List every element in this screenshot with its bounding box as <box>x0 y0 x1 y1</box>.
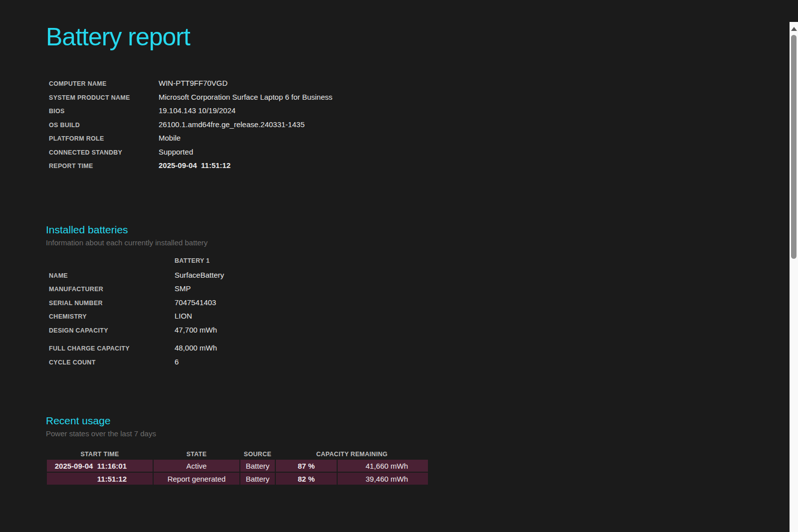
info-value: Microsoft Corporation Surface Laptop 6 f… <box>159 91 778 104</box>
battery-value: 7047541403 <box>175 296 778 310</box>
info-row-bios: BIOS 19.104.143 10/19/2024 <box>46 104 778 118</box>
info-row-connected-standby: CONNECTED STANDBY Supported <box>46 146 778 160</box>
header-start-time: START TIME <box>47 450 153 459</box>
info-value: Mobile <box>159 132 778 145</box>
installed-batteries-section: Installed batteries Information about ea… <box>46 223 778 369</box>
battery-info-table: NAME SurfaceBattery MANUFACTURER SMP SER… <box>46 269 778 369</box>
battery-label: MANUFACTURER <box>46 283 175 296</box>
section-heading-installed-batteries: Installed batteries <box>46 223 778 237</box>
battery-row-cycle-count: CYCLE COUNT 6 <box>46 355 778 369</box>
battery-value: 47,700 mWh <box>175 324 778 337</box>
section-subtitle-recent-usage: Power states over the last 7 days <box>46 429 778 439</box>
battery-value: LION <box>175 310 778 323</box>
info-value: Supported <box>159 146 778 159</box>
usage-source: Battery <box>240 460 275 472</box>
battery-value: 48,000 mWh <box>175 342 778 355</box>
usage-mwh: 41,660 mWh <box>338 460 428 472</box>
scrollbar-thumb[interactable] <box>791 35 797 259</box>
battery-report-page: Battery report COMPUTER NAME WIN-PTT9FF7… <box>0 22 798 532</box>
info-row-os-build: OS BUILD 26100.1.amd64fre.ge_release.240… <box>46 118 778 132</box>
battery-label: SERIAL NUMBER <box>46 297 175 310</box>
usage-mwh: 39,460 mWh <box>338 473 428 485</box>
info-row-report-time: REPORT TIME 2025-09-04 11:51:12 <box>46 159 778 173</box>
usage-table-row: 11:51:12 Report generated Battery 82 % 3… <box>47 473 428 485</box>
info-label: OS BUILD <box>46 119 159 132</box>
usage-start-time: 11:51:12 <box>47 473 153 485</box>
info-value: 19.104.143 10/19/2024 <box>159 104 778 118</box>
battery-1-column-header: BATTERY 1 <box>175 257 778 265</box>
battery-row-design-capacity: DESIGN CAPACITY 47,700 mWh <box>46 324 778 338</box>
battery-value: SMP <box>175 282 778 296</box>
page-title: Battery report <box>46 22 778 52</box>
battery-row-full-charge-capacity: FULL CHARGE CAPACITY 48,000 mWh <box>46 342 778 355</box>
info-row-platform-role: PLATFORM ROLE Mobile <box>46 132 778 146</box>
battery-label: CYCLE COUNT <box>46 356 175 369</box>
row-gap <box>46 337 778 342</box>
battery-value: SurfaceBattery <box>175 269 778 282</box>
info-value: 26100.1.amd64fre.ge_release.240331-1435 <box>159 118 778 132</box>
battery-row-name: NAME SurfaceBattery <box>46 269 778 283</box>
header-capacity-remaining: CAPACITY REMAINING <box>276 450 428 459</box>
battery-label: FULL CHARGE CAPACITY <box>46 342 175 355</box>
battery-value: 6 <box>175 355 778 369</box>
battery-label: NAME <box>46 269 175 283</box>
info-row-system-product-name: SYSTEM PRODUCT NAME Microsoft Corporatio… <box>46 91 778 105</box>
section-subtitle-installed-batteries: Information about each currently install… <box>46 238 778 248</box>
info-label: CONNECTED STANDBY <box>46 146 159 160</box>
info-label: SYSTEM PRODUCT NAME <box>46 91 159 105</box>
battery-row-manufacturer: MANUFACTURER SMP <box>46 282 778 296</box>
usage-header-row: START TIME STATE SOURCE CAPACITY REMAINI… <box>47 450 428 459</box>
usage-percent: 87 % <box>276 460 337 472</box>
info-row-computer-name: COMPUTER NAME WIN-PTT9FF70VGD <box>46 77 778 91</box>
scroll-up-icon[interactable] <box>791 27 797 31</box>
report-content: Battery report COMPUTER NAME WIN-PTT9FF7… <box>0 22 798 486</box>
usage-start-time: 2025-09-04 11:16:01 <box>47 460 153 472</box>
vertical-scrollbar[interactable] <box>790 22 798 532</box>
battery-label: CHEMISTRY <box>46 310 175 324</box>
battery-label: DESIGN CAPACITY <box>46 324 175 338</box>
battery-row-chemistry: CHEMISTRY LION <box>46 310 778 324</box>
usage-source: Battery <box>240 473 275 485</box>
info-label: REPORT TIME <box>46 160 159 173</box>
usage-state: Active <box>154 460 239 472</box>
system-info-table: COMPUTER NAME WIN-PTT9FF70VGD SYSTEM PRO… <box>46 77 778 173</box>
battery-column-header-row: BATTERY 1 <box>46 257 778 265</box>
header-state: STATE <box>154 450 239 459</box>
info-value: WIN-PTT9FF70VGD <box>159 77 778 90</box>
info-label: BIOS <box>46 105 159 118</box>
recent-usage-section: Recent usage Power states over the last … <box>46 414 778 486</box>
header-source: SOURCE <box>240 450 275 459</box>
usage-table-row: 2025-09-04 11:16:01 Active Battery 87 % … <box>47 460 428 472</box>
info-label: COMPUTER NAME <box>46 77 159 91</box>
recent-usage-table: START TIME STATE SOURCE CAPACITY REMAINI… <box>46 449 429 486</box>
report-time-value: 2025-09-04 11:51:12 <box>159 159 778 173</box>
info-label: PLATFORM ROLE <box>46 132 159 146</box>
usage-percent: 82 % <box>276 473 337 485</box>
section-heading-recent-usage: Recent usage <box>46 414 778 428</box>
usage-state: Report generated <box>154 473 239 485</box>
battery-row-serial-number: SERIAL NUMBER 7047541403 <box>46 296 778 310</box>
